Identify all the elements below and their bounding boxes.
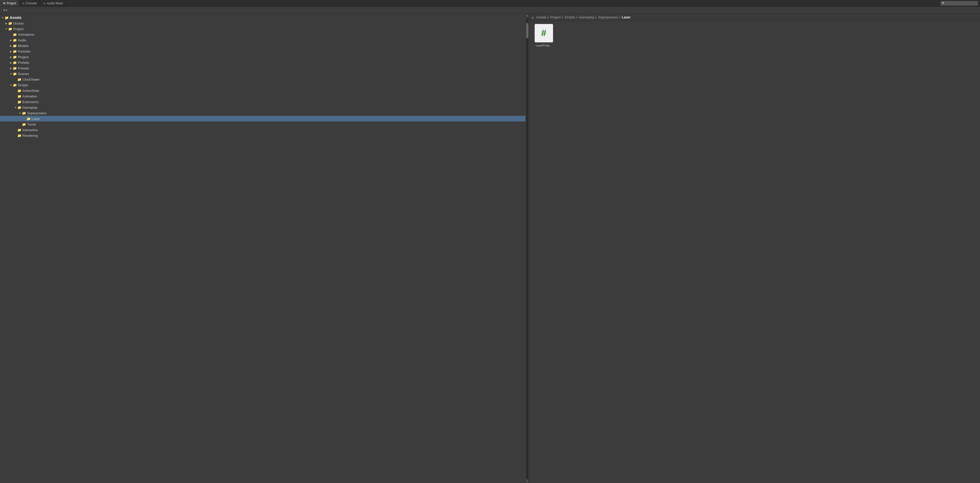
file-tree-panel: ▼ 📁 Assets ▶ 📁 Oculus ▼ 📁 Project [0, 14, 529, 483]
label-plugins: Plugins [18, 55, 29, 59]
folder-icon-superpowers: 📁 [22, 111, 26, 115]
tree-item-lazer[interactable]: ▶ 📁 Lazer [0, 116, 529, 121]
tree-item-prefabs[interactable]: ▶ 📁 Prefabs [0, 60, 529, 65]
arrow-gameplay: ▼ [14, 106, 18, 109]
tree-item-particles[interactable]: ▶ 📁 Particles [0, 48, 529, 54]
breadcrumb-sep-1: ▶ [547, 16, 549, 19]
breadcrumb-sep-5: ▶ [619, 16, 621, 19]
folder-icon-models: 📁 [13, 44, 17, 48]
label-assets: Assets [10, 16, 21, 20]
label-scripts: Scripts [18, 83, 28, 87]
tree-item-extensions[interactable]: ▶ 📁 Extensions [0, 99, 529, 105]
content-area: ▼ 📁 Assets ▶ 📁 Oculus ▼ 📁 Project [0, 14, 980, 483]
tree-item-rendering[interactable]: ▶ 📁 Rendering [0, 133, 529, 138]
breadcrumb-sep-4: ▶ [595, 16, 597, 19]
arrow-scripts: ▼ [9, 84, 13, 86]
toolbar: + ▾ [0, 6, 980, 14]
folder-icon-animations: 📁 [13, 33, 17, 37]
tree-item-scenes[interactable]: ▼ 📁 Scenes [0, 71, 529, 76]
tree-item-models[interactable]: ▶ 📁 Models [0, 43, 529, 48]
tree-item-animations[interactable]: ▶ 📁 Animations [0, 32, 529, 37]
tree-item-activestate[interactable]: ▶ 📁 ActiveState [0, 88, 529, 94]
file-grid[interactable]: # LazerProje... [529, 21, 980, 483]
breadcrumb-project[interactable]: Project [550, 15, 561, 19]
tree-item-turret[interactable]: ▶ 📁 Turret [0, 121, 529, 127]
tree-item-animation[interactable]: ▶ 📁 Animation [0, 94, 529, 99]
console-tab-icon: ≡ [22, 2, 24, 5]
file-tree-scroll[interactable]: ▼ 📁 Assets ▶ 📁 Oculus ▼ 📁 Project [0, 14, 529, 483]
label-animation: Animation [22, 94, 37, 98]
label-project: Project [13, 27, 24, 31]
breadcrumb-gameplay[interactable]: Gameplay [579, 15, 594, 19]
label-audio: Audio [18, 38, 26, 42]
add-button[interactable]: + ▾ [2, 7, 8, 13]
tab-console[interactable]: ≡ Console [19, 0, 40, 6]
file-name-lazerproje: LazerProje... [536, 44, 552, 47]
arrow-prefabs: ▶ [9, 61, 13, 64]
tree-item-oculus[interactable]: ▶ 📁 Oculus [0, 21, 529, 26]
tree-item-clocktower[interactable]: ▶ 📁 ClockTower [0, 76, 529, 82]
scroll-thumb-container [526, 18, 528, 479]
main-container: ⊞ Project ≡ Console ⚏ Audio Mixer 🔍 + ▾ [0, 0, 980, 483]
arrow-project: ▼ [5, 27, 8, 30]
add-icon: + [3, 8, 5, 13]
label-prefabs: Prefabs [18, 61, 29, 65]
folder-icon-assets: 📁 [5, 16, 9, 20]
tab-audio-mixer-label: Audio Mixer [47, 2, 63, 5]
file-item-lazerproje[interactable]: # LazerProje... [532, 24, 555, 47]
scroll-up-arrow[interactable]: ▲ [525, 14, 529, 17]
breadcrumb-sep-2: ▶ [562, 16, 564, 19]
tree-item-scripts[interactable]: ▼ 📁 Scripts [0, 82, 529, 88]
tree-item-assets[interactable]: ▼ 📁 Assets [0, 15, 529, 21]
tree-item-plugins[interactable]: ▶ 📁 Plugins [0, 54, 529, 60]
scroll-thumb[interactable] [526, 23, 528, 38]
breadcrumb-scripts[interactable]: Scripts [565, 15, 575, 19]
tree-item-superpowers[interactable]: ▼ 📁 Superpowers [0, 110, 529, 116]
label-turret: Turret [27, 122, 36, 126]
left-scrollbar: ▲ ▼ [525, 14, 529, 483]
folder-icon-activestate: 📁 [18, 89, 21, 93]
scroll-down-arrow[interactable]: ▼ [525, 480, 529, 483]
tree-item-project[interactable]: ▼ 📁 Project [0, 26, 529, 32]
folder-icon-presets: 📁 [13, 66, 17, 70]
tree-item-presets[interactable]: ▶ 📁 Presets [0, 65, 529, 71]
tab-project-label: Project [6, 2, 16, 5]
arrow-oculus: ▶ [5, 22, 8, 25]
tab-audio-mixer[interactable]: ⚏ Audio Mixer [40, 0, 66, 6]
audio-mixer-tab-icon: ⚏ [43, 2, 46, 5]
breadcrumb-scroll-up[interactable]: ▲ [531, 16, 535, 19]
tree-item-gameplay[interactable]: ▼ 📁 Gameplay [0, 105, 529, 110]
arrow-models: ▶ [9, 44, 13, 47]
label-extensions: Extensions [22, 100, 39, 104]
label-models: Models [18, 44, 29, 48]
arrow-audio: ▶ [9, 39, 13, 41]
search-icon: 🔍 [942, 2, 945, 5]
folder-icon-scenes: 📁 [13, 72, 17, 76]
label-interaction: Interaction [22, 128, 38, 132]
folder-icon-extensions: 📁 [18, 100, 21, 104]
label-superpowers: Superpowers [27, 111, 47, 115]
tab-bar: ⊞ Project ≡ Console ⚏ Audio Mixer 🔍 [0, 0, 980, 6]
tree-item-interaction[interactable]: ▶ 📁 Interaction [0, 127, 529, 133]
search-input[interactable] [946, 2, 977, 5]
tab-project[interactable]: ⊞ Project [0, 0, 19, 6]
script-icon: # [541, 29, 546, 38]
breadcrumb-lazer[interactable]: Lazer [622, 15, 631, 19]
tree-item-audio[interactable]: ▶ 📁 Audio [0, 37, 529, 43]
folder-icon-rendering: 📁 [18, 134, 21, 138]
folder-icon-gameplay: 📁 [18, 106, 21, 110]
folder-icon-clocktower: 📁 [18, 78, 21, 81]
label-oculus: Oculus [13, 21, 24, 25]
arrow-plugins: ▶ [9, 56, 13, 59]
breadcrumb-assets[interactable]: Assets [536, 15, 546, 19]
label-rendering: Rendering [22, 134, 38, 138]
tab-console-label: Console [25, 2, 37, 5]
folder-icon-project: 📁 [8, 27, 12, 31]
folder-icon-turret: 📁 [22, 122, 26, 126]
folder-icon-prefabs: 📁 [13, 61, 17, 65]
label-particles: Particles [18, 49, 30, 53]
breadcrumb-superpowers[interactable]: Superpowers [598, 15, 618, 19]
label-clocktower: ClockTower [22, 78, 40, 81]
folder-icon-scripts: 📁 [13, 83, 17, 87]
arrow-scenes: ▼ [9, 73, 13, 75]
